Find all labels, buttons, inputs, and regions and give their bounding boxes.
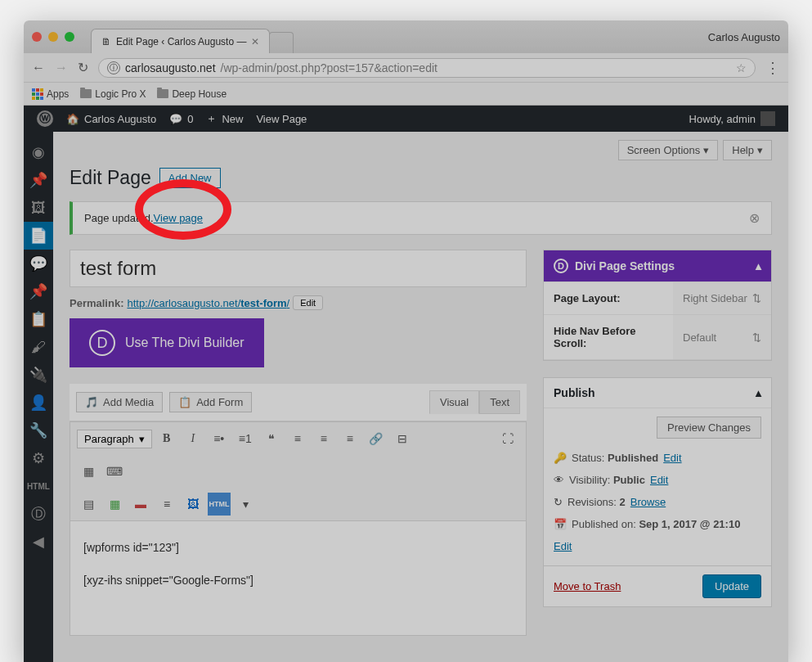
add-media-button[interactable]: 🎵Add Media xyxy=(76,392,163,412)
howdy-menu[interactable]: Howdy, admin xyxy=(683,106,782,132)
menu-tools-icon[interactable]: 🔧 xyxy=(24,417,53,444)
align-center-button[interactable]: ≡ xyxy=(312,427,335,450)
visual-tab[interactable]: Visual xyxy=(429,390,479,414)
new-tab-button[interactable] xyxy=(269,32,294,53)
media-icon: 🎵 xyxy=(85,396,98,408)
page-icon: 🗎 xyxy=(101,36,111,47)
preview-button[interactable]: Preview Changes xyxy=(657,417,761,439)
back-button[interactable]: ← xyxy=(32,61,45,75)
post-title-input[interactable] xyxy=(70,250,527,287)
address-bar[interactable]: ⓘ carlosaugusto.net/wp-admin/post.php?po… xyxy=(98,58,756,78)
update-notice: Page updated. View page ⊗ xyxy=(70,201,772,235)
text-color-button[interactable]: ▤ xyxy=(77,493,100,516)
menu-comments-icon[interactable]: 💬 xyxy=(24,250,53,277)
page-layout-select[interactable]: Right Sidebar⇅ xyxy=(673,282,771,314)
key-icon: 🔑 xyxy=(554,452,567,464)
window-close-button[interactable] xyxy=(32,32,42,42)
menu-html-icon[interactable]: HTML xyxy=(24,472,53,500)
bookmark-folder-deep[interactable]: Deep House xyxy=(157,88,227,100)
add-new-button[interactable]: Add New xyxy=(159,168,221,188)
menu-wpforms-icon[interactable]: 📋 xyxy=(24,305,53,333)
insert-bar-button[interactable]: ≡ xyxy=(155,493,178,516)
bold-button[interactable]: B xyxy=(155,427,178,450)
menu-collapse-icon[interactable]: ◀ xyxy=(24,528,53,556)
bookmark-folder-logic[interactable]: Logic Pro X xyxy=(80,88,146,100)
caret-down-icon: ▾ xyxy=(703,144,709,156)
permalink-link[interactable]: http://carlosaugusto.net/test-form/ xyxy=(127,297,289,309)
number-list-button[interactable]: ≡1 xyxy=(234,427,257,450)
menu-users-icon[interactable]: 👤 xyxy=(24,389,53,417)
folder-icon xyxy=(80,89,92,98)
fullscreen-button[interactable]: ⛶ xyxy=(496,427,519,450)
dropdown-button[interactable]: ▾ xyxy=(234,493,257,516)
insert-image-button[interactable]: 🖼 xyxy=(182,493,204,516)
link-button[interactable]: 🔗 xyxy=(365,427,388,450)
edit-permalink-button[interactable]: Edit xyxy=(293,295,323,310)
format-select[interactable]: Paragraph▾ xyxy=(77,430,152,448)
browser-tab-strip: 🗎 Edit Page ‹ Carlos Augusto — ✕ Carlos … xyxy=(24,20,788,53)
content-editor[interactable]: [wpforms id="123"] [xyz-ihs snippet="Goo… xyxy=(70,521,527,636)
browse-revisions-link[interactable]: Browse xyxy=(630,496,666,508)
permalink-row: Permalink: http://carlosaugusto.net/test… xyxy=(70,287,527,318)
menu-dashboard-icon[interactable]: ◉ xyxy=(24,138,53,166)
revisions-row: ↻ Revisions: 2 Browse xyxy=(554,491,761,513)
site-info-icon[interactable]: ⓘ xyxy=(107,61,120,74)
edit-date-link[interactable]: Edit xyxy=(554,540,572,552)
bullet-list-button[interactable]: ≡• xyxy=(208,427,231,450)
browser-tab-active[interactable]: 🗎 Edit Page ‹ Carlos Augusto — ✕ xyxy=(91,29,270,53)
forward-button: → xyxy=(55,61,68,75)
wp-logo[interactable]: ⓦ xyxy=(30,106,60,132)
html-button[interactable]: HTML xyxy=(208,493,231,516)
site-name-link[interactable]: 🏠 Carlos Augusto xyxy=(60,106,163,132)
edit-status-link[interactable]: Edit xyxy=(663,452,681,464)
screen-options-button[interactable]: Screen Options ▾ xyxy=(618,140,719,160)
italic-button[interactable]: I xyxy=(182,427,204,450)
add-form-button[interactable]: 📋Add Form xyxy=(169,392,252,412)
publish-box: Publish ▴ Preview Changes 🔑 Status: Publ… xyxy=(543,377,772,607)
insert-green-button[interactable]: ▦ xyxy=(103,493,126,516)
wp-admin-bar: ⓦ 🏠 Carlos Augusto 💬 0 ＋ New View Page H… xyxy=(24,106,788,132)
window-minimize-button[interactable] xyxy=(48,32,58,42)
menu-posts-icon[interactable]: 📌 xyxy=(24,166,53,194)
collapse-icon[interactable]: ▴ xyxy=(756,259,761,272)
view-page-link[interactable]: View Page xyxy=(249,106,313,132)
update-button[interactable]: Update xyxy=(702,574,761,598)
divi-builder-button[interactable]: D Use The Divi Builder xyxy=(70,318,264,367)
divi-settings-header[interactable]: DDivi Page Settings ▴ xyxy=(544,250,771,282)
new-content-link[interactable]: ＋ New xyxy=(200,106,249,132)
menu-plugins-icon[interactable]: 🔌 xyxy=(24,361,53,389)
move-to-trash-link[interactable]: Move to Trash xyxy=(554,580,621,592)
reload-button[interactable]: ↻ xyxy=(78,60,88,75)
insert-red-button[interactable]: ▬ xyxy=(129,493,152,516)
view-page-link[interactable]: View page xyxy=(154,212,203,224)
menu-appearance-icon[interactable]: 🖌 xyxy=(24,333,53,361)
divi-settings-box: DDivi Page Settings ▴ Page Layout: Right… xyxy=(543,250,772,361)
browser-profile[interactable]: Carlos Augusto xyxy=(708,31,780,43)
bookmark-star-icon[interactable]: ☆ xyxy=(736,61,747,74)
publish-header[interactable]: Publish ▴ xyxy=(544,378,771,408)
hide-nav-select[interactable]: Default⇅ xyxy=(673,315,771,359)
menu-settings-icon[interactable]: ⚙ xyxy=(24,444,53,472)
more-button[interactable]: ⊟ xyxy=(391,427,414,450)
comments-link[interactable]: 💬 0 xyxy=(163,106,200,132)
menu-pages-icon[interactable]: 📄 xyxy=(24,222,53,250)
collapse-icon[interactable]: ▴ xyxy=(756,386,761,399)
blockquote-button[interactable]: ❝ xyxy=(260,427,283,450)
edit-visibility-link[interactable]: Edit xyxy=(650,474,668,486)
notice-text: Page updated. xyxy=(84,212,154,224)
menu-projects-icon[interactable]: 📌 xyxy=(24,277,53,305)
text-tab[interactable]: Text xyxy=(479,390,520,414)
window-maximize-button[interactable] xyxy=(65,32,74,42)
menu-media-icon[interactable]: 🖼 xyxy=(24,194,53,222)
apps-shortcut[interactable]: Apps xyxy=(32,88,69,100)
chrome-menu-icon[interactable]: ⋮ xyxy=(765,59,780,77)
keyboard-button[interactable]: ⌨ xyxy=(103,460,126,483)
toolbar-toggle-button[interactable]: ▦ xyxy=(77,460,100,483)
align-right-button[interactable]: ≡ xyxy=(339,427,361,450)
bookmarks-bar: Apps Logic Pro X Deep House xyxy=(24,83,788,106)
help-button[interactable]: Help ▾ xyxy=(723,140,772,160)
tab-close-icon[interactable]: ✕ xyxy=(251,36,259,47)
align-left-button[interactable]: ≡ xyxy=(286,427,309,450)
dismiss-icon[interactable]: ⊗ xyxy=(749,210,760,226)
menu-divi-icon[interactable]: Ⓓ xyxy=(24,500,53,528)
